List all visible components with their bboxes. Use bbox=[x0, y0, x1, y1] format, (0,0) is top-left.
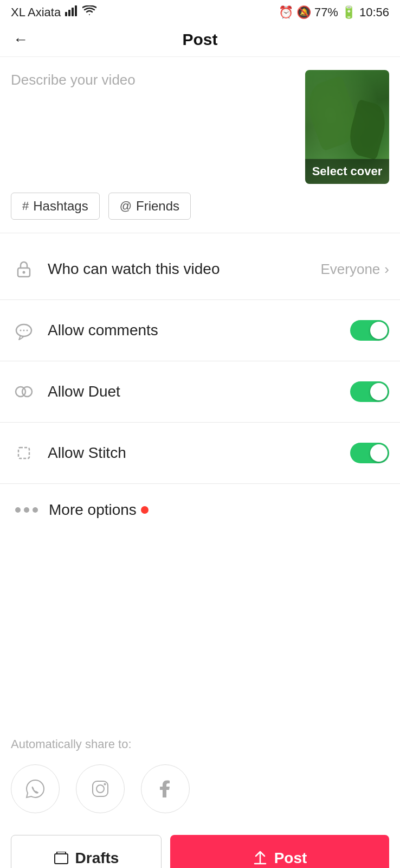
instagram-button[interactable] bbox=[76, 764, 125, 813]
post-icon bbox=[253, 851, 268, 866]
drafts-button[interactable]: Drafts bbox=[11, 835, 162, 868]
who-can-watch-item[interactable]: Who can watch this video Everyone › bbox=[0, 241, 400, 297]
svg-rect-1 bbox=[68, 10, 70, 16]
cover-thumbnail[interactable]: Select cover bbox=[305, 70, 389, 184]
duet-icon bbox=[11, 379, 37, 405]
allow-stitch-item: Allow Stitch bbox=[0, 425, 400, 481]
svg-point-8 bbox=[23, 330, 25, 331]
description-placeholder: Describe your video bbox=[11, 72, 136, 88]
share-icons-row bbox=[11, 764, 389, 813]
notification-dot bbox=[141, 506, 149, 514]
lock-icon bbox=[11, 256, 37, 282]
post-label: Post bbox=[274, 850, 307, 867]
svg-point-14 bbox=[96, 785, 104, 793]
chevron-right-icon: › bbox=[384, 261, 389, 278]
allow-comments-label: Allow comments bbox=[48, 322, 350, 339]
at-icon: @ bbox=[120, 199, 132, 213]
stitch-icon bbox=[11, 440, 37, 466]
wifi-icon bbox=[82, 5, 96, 20]
page-title: Post bbox=[182, 30, 217, 49]
hash-icon: # bbox=[22, 199, 29, 213]
carrier-text: XL Axiata bbox=[11, 5, 61, 20]
divider-1 bbox=[0, 233, 400, 233]
time-text: 10:56 bbox=[359, 5, 389, 20]
tag-buttons-row: # Hashtags @ Friends bbox=[0, 193, 400, 231]
battery-icon: 🔋 bbox=[341, 5, 356, 20]
drafts-label: Drafts bbox=[75, 850, 119, 867]
allow-comments-right bbox=[350, 320, 389, 341]
more-options-item[interactable]: More options bbox=[0, 486, 400, 534]
share-section: Automatically share to: bbox=[0, 721, 400, 824]
more-dots-icon bbox=[11, 507, 38, 513]
bottom-buttons: Drafts Post bbox=[11, 835, 389, 868]
svg-rect-2 bbox=[72, 8, 74, 16]
divider-5 bbox=[0, 483, 400, 484]
who-can-watch-label: Who can watch this video bbox=[48, 260, 320, 278]
allow-stitch-right bbox=[350, 443, 389, 463]
svg-point-5 bbox=[23, 271, 25, 274]
friends-button[interactable]: @ Friends bbox=[108, 193, 191, 220]
description-section: Describe your video Select cover bbox=[0, 57, 400, 193]
svg-rect-17 bbox=[57, 852, 66, 854]
svg-rect-16 bbox=[55, 854, 68, 864]
whatsapp-button[interactable] bbox=[11, 764, 60, 813]
facebook-button[interactable] bbox=[141, 764, 190, 813]
facebook-icon bbox=[154, 778, 176, 800]
toggle-knob-stitch bbox=[370, 444, 388, 462]
svg-rect-3 bbox=[75, 5, 77, 16]
allow-duet-label: Allow Duet bbox=[48, 383, 350, 400]
allow-duet-item: Allow Duet bbox=[0, 363, 400, 420]
friends-label: Friends bbox=[136, 199, 179, 214]
svg-point-9 bbox=[27, 330, 28, 331]
divider-3 bbox=[0, 361, 400, 361]
drafts-icon bbox=[54, 852, 69, 865]
mute-icon: 🔕 bbox=[296, 5, 311, 20]
battery-text: 77% bbox=[314, 5, 338, 20]
allow-comments-item: Allow comments bbox=[0, 302, 400, 359]
header: ← Post bbox=[0, 23, 400, 57]
settings-list: Who can watch this video Everyone › Allo… bbox=[0, 235, 400, 539]
who-can-watch-right: Everyone › bbox=[320, 261, 389, 278]
toggle-knob-duet bbox=[370, 383, 388, 400]
hashtags-label: Hashtags bbox=[33, 199, 88, 214]
instagram-icon bbox=[89, 778, 111, 800]
more-options-label: More options bbox=[49, 501, 137, 519]
post-button[interactable]: Post bbox=[170, 835, 389, 868]
whatsapp-icon bbox=[24, 778, 46, 800]
toggle-knob bbox=[370, 322, 388, 339]
svg-rect-12 bbox=[18, 448, 29, 458]
alarm-icon: ⏰ bbox=[279, 5, 293, 20]
allow-comments-toggle[interactable] bbox=[350, 320, 389, 341]
svg-point-15 bbox=[104, 783, 106, 786]
allow-duet-toggle[interactable] bbox=[350, 381, 389, 402]
svg-point-11 bbox=[22, 387, 32, 397]
hashtags-button[interactable]: # Hashtags bbox=[11, 193, 100, 220]
signal-icon bbox=[65, 5, 78, 20]
comment-icon bbox=[11, 317, 37, 343]
divider-2 bbox=[0, 299, 400, 300]
allow-duet-right bbox=[350, 381, 389, 402]
allow-stitch-label: Allow Stitch bbox=[48, 444, 350, 462]
back-button[interactable]: ← bbox=[11, 29, 30, 50]
select-cover-label: Select cover bbox=[305, 159, 389, 184]
svg-rect-0 bbox=[65, 12, 67, 16]
allow-stitch-toggle[interactable] bbox=[350, 443, 389, 463]
who-can-watch-value: Everyone bbox=[320, 261, 380, 278]
status-bar: XL Axiata ⏰ 🔕 77% 🔋 10:56 bbox=[0, 0, 400, 23]
svg-point-7 bbox=[20, 330, 22, 331]
description-input[interactable]: Describe your video bbox=[11, 70, 296, 157]
divider-4 bbox=[0, 422, 400, 423]
share-label: Automatically share to: bbox=[11, 737, 389, 751]
